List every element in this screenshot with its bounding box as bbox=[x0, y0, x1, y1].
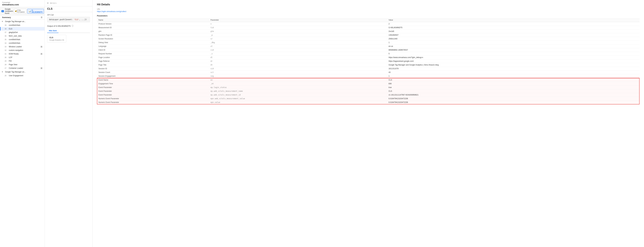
event-item[interactable]: 30 LCP bbox=[0, 56, 44, 59]
event-item[interactable]: 34 coreWebVitals bbox=[0, 41, 44, 45]
event-item[interactable]: 39 coreWebVitals bbox=[0, 24, 44, 27]
tab-hits-sent[interactable]: Hits Sent bbox=[47, 29, 58, 33]
param-value: 2560x1440 bbox=[387, 37, 640, 41]
event-name: gtagApiGet bbox=[9, 31, 42, 34]
bar-chart-icon: 📊 bbox=[29, 10, 31, 12]
param-key: ep.web_vitals_measurement_name bbox=[209, 89, 387, 93]
params-table: Name Parameter Value Protocol Versionv2M… bbox=[97, 18, 640, 104]
table-row: Page TitledtGoogle Tag Manager and Googl… bbox=[97, 63, 640, 67]
event-item[interactable]: 27 Container Loaded 8 bbox=[0, 66, 44, 70]
event-item[interactable]: 31 DOM Ready 8 bbox=[0, 52, 44, 56]
table-row: Numeric Event Parameterepn.web_vitals_me… bbox=[97, 97, 640, 100]
param-value: 836 bbox=[387, 82, 640, 86]
params-label: Parameters bbox=[97, 14, 640, 17]
param-value: 1391894507 bbox=[387, 33, 640, 37]
connected-header: Connected simoahava.com bbox=[0, 0, 44, 7]
param-key: ep.login_status bbox=[209, 86, 387, 89]
param-name: Page Location bbox=[97, 56, 209, 59]
event-item[interactable]: 36 fetch_user_data bbox=[0, 34, 44, 38]
filter-icon[interactable]: ☰ bbox=[41, 16, 42, 18]
hit-details-title: Hit Details bbox=[97, 3, 640, 6]
event-item[interactable]: 32 custom.navigation bbox=[0, 48, 44, 52]
connected-label: Connected bbox=[2, 2, 42, 3]
event-item[interactable]: 38 CLS bbox=[0, 27, 44, 30]
event-name: DOM Ready bbox=[9, 53, 40, 55]
param-key: dr bbox=[209, 59, 387, 63]
event-num: 35 bbox=[4, 39, 8, 40]
event-num: 28 bbox=[4, 64, 8, 66]
event-name: Container Loaded bbox=[9, 67, 40, 69]
event-name: FID bbox=[9, 60, 42, 62]
api-call-label: API Call bbox=[47, 14, 90, 16]
param-name: Protocol Version bbox=[97, 22, 209, 26]
summary-bar: Summary ☰ bbox=[0, 15, 44, 20]
col-param: Parameter bbox=[209, 18, 387, 22]
event-list: ▼ Google Tag Manager an... 39 coreWebVit… bbox=[0, 20, 44, 247]
event-num: 38 bbox=[4, 28, 8, 30]
group-label: Google Tag Manager an... bbox=[5, 20, 26, 22]
table-row: Languageulen-us bbox=[97, 44, 640, 48]
connected-domain: simoahava.com bbox=[2, 3, 42, 6]
url-section: URL https://sgtm.simoahava.com/g/collect bbox=[97, 8, 640, 12]
table-row: Engagement Time_et836 bbox=[97, 82, 640, 86]
tabs-bar: Hits Sent bbox=[47, 29, 90, 33]
param-value: 885868892.1608576537 bbox=[387, 48, 640, 52]
hit-card[interactable]: CLS Google Analytics Hit bbox=[47, 35, 66, 42]
middle-header: × 38 CLS > bbox=[45, 0, 92, 6]
table-row: Random Page ID_p1391894507 bbox=[97, 33, 640, 37]
url-value: https://sgtm.simoahava.com/g/collect bbox=[97, 10, 640, 12]
param-name: Numeric Event Parameter bbox=[97, 100, 209, 104]
event-item[interactable]: 28 Page View bbox=[0, 63, 44, 66]
param-key: tid bbox=[209, 26, 387, 30]
event-group-0[interactable]: ▼ Google Tag Manager an... bbox=[0, 20, 44, 24]
table-body: Protocol Versionv2Measurement IDtidG-N5L… bbox=[97, 22, 640, 104]
param-name: Random Page ID bbox=[97, 33, 209, 37]
param-name: Numeric Event Parameter bbox=[97, 97, 209, 100]
event-item[interactable]: 26 User Engagement bbox=[0, 74, 44, 78]
event-name: Page View bbox=[9, 64, 42, 66]
param-value: 2re1d0 bbox=[387, 30, 640, 33]
event-group-1[interactable]: ▼ Google Tag Manager an... bbox=[0, 70, 44, 74]
param-name: Event Name bbox=[97, 78, 209, 82]
close-button[interactable]: × bbox=[47, 2, 48, 4]
table-row: Session Engagementseg1 bbox=[97, 74, 640, 78]
hit-card-sub: Google Analytics Hit bbox=[49, 39, 64, 41]
middle-content: API Call dataLayer.push({event: 'CLS', .… bbox=[45, 12, 92, 247]
col-name: Name bbox=[97, 18, 209, 22]
output-section: Output of G-N5L9GMNDT5 ⓘ Hits Sent CLS G… bbox=[47, 24, 90, 42]
param-value: 1611311078 bbox=[387, 67, 640, 70]
param-key: sct bbox=[209, 70, 387, 74]
param-value: 0.016479413103472236 bbox=[387, 100, 640, 104]
event-item[interactable]: 33 Window Loaded 8 bbox=[0, 45, 44, 48]
group-label: Google Tag Manager an... bbox=[5, 71, 26, 73]
tab-gtm[interactable]: GTM-PZ7GMV9 bbox=[14, 9, 26, 14]
param-key: _p bbox=[209, 33, 387, 37]
event-item[interactable]: 37 gtagApiGet bbox=[0, 30, 44, 34]
event-badge: 8 bbox=[40, 46, 42, 48]
param-key: gtm bbox=[209, 30, 387, 33]
table-row: Measurement IDtidG-N5L9GMNDT5 bbox=[97, 26, 640, 30]
event-num: 39 bbox=[4, 24, 8, 26]
param-key: epn.value bbox=[209, 100, 387, 104]
param-value: CLS bbox=[387, 78, 640, 82]
event-num: 37 bbox=[4, 32, 8, 33]
event-name: fetch_user_data bbox=[9, 35, 42, 37]
event-name: Window Loaded bbox=[9, 46, 40, 48]
tab-ga[interactable]: 📊 G-N5L9GMNDT5 bbox=[27, 9, 44, 14]
param-name: Session ID bbox=[97, 67, 209, 70]
param-name: Session Count bbox=[97, 70, 209, 74]
event-num: 36 bbox=[4, 35, 8, 37]
diamond-icon bbox=[15, 10, 17, 12]
table-row: gtmgtm2re1d0 bbox=[97, 30, 640, 33]
event-name: LCP bbox=[9, 56, 42, 58]
table-header: Name Parameter Value bbox=[97, 18, 640, 22]
param-name: Page Referrer bbox=[97, 59, 209, 63]
param-name: Event Parameter bbox=[97, 89, 209, 93]
event-item[interactable]: 29 FID bbox=[0, 59, 44, 63]
table-row: Request Number_s5 bbox=[97, 52, 640, 56]
param-name: gtm bbox=[97, 30, 209, 33]
event-name: User Engagement bbox=[9, 74, 42, 77]
param-name: Client ID bbox=[97, 48, 209, 52]
event-item[interactable]: 35 coreWebVitals bbox=[0, 38, 44, 41]
param-key: ul bbox=[209, 44, 387, 48]
